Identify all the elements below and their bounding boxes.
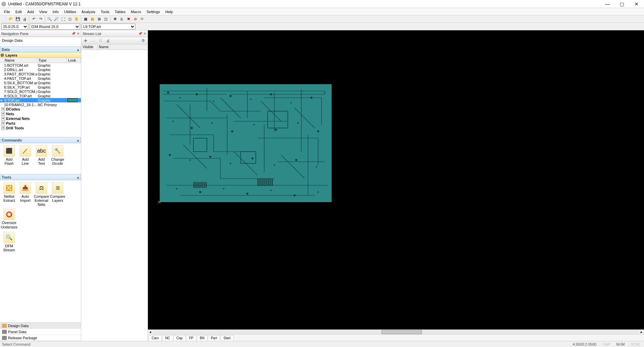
pcb-viewport[interactable]: ✕ xyxy=(148,30,644,329)
menu-analysis[interactable]: Analysis xyxy=(79,9,98,14)
commands-section-header[interactable]: Commands▴ xyxy=(0,137,81,143)
tab-nc[interactable]: NC xyxy=(162,335,173,341)
tool-oversize-undersize[interactable]: ⭕Oversize Undersize xyxy=(1,208,17,229)
menu-view[interactable]: View xyxy=(36,9,50,14)
tree-parts[interactable]: +Parts xyxy=(0,121,81,126)
layer-icon[interactable]: ▦ xyxy=(83,16,89,22)
list-icon[interactable]: ☰ xyxy=(97,38,103,44)
menu-tools[interactable]: Tools xyxy=(98,9,112,14)
scroll-left-icon[interactable]: ◂ xyxy=(148,330,153,334)
layer-row[interactable]: 8:SOLD_TOP.artGraphic xyxy=(0,94,81,98)
tab-start[interactable]: Start xyxy=(220,335,234,341)
tree-dcodes[interactable]: +DCodes xyxy=(0,107,81,112)
scroll-thumb[interactable] xyxy=(381,330,422,334)
tree-nets[interactable]: +Nets xyxy=(0,112,81,116)
refresh-icon[interactable]: ⟳ xyxy=(139,16,145,22)
gear-icon[interactable]: ⚙ xyxy=(140,38,146,44)
layer-row[interactable]: 7:SOLD_BOTTOM.artGraphic xyxy=(0,89,81,94)
layer-row[interactable]: ▸9:TOP.artGraphic xyxy=(0,98,81,102)
svg-point-7 xyxy=(270,93,272,95)
tab-panel-data[interactable]: Panel Data xyxy=(0,329,81,335)
tab-cam[interactable]: Cam xyxy=(149,335,162,341)
layer-row[interactable]: 10:FRAMV2_18-1-…NC Primary xyxy=(0,102,81,107)
svg-rect-46 xyxy=(262,179,263,186)
remove-icon[interactable]: — xyxy=(90,38,96,44)
pin-icon[interactable]: 📌 xyxy=(71,32,75,35)
redo-icon[interactable]: ↷ xyxy=(37,16,43,22)
layers-header[interactable]: ⊟Layers xyxy=(0,53,81,58)
new-icon[interactable]: 📄 xyxy=(1,16,7,22)
tab-release-package[interactable]: Release Package xyxy=(0,335,81,341)
open-icon[interactable]: 📂 xyxy=(8,16,14,22)
layer-row[interactable]: 3:PAST_BOTTOM.artGraphic xyxy=(0,72,81,76)
zoom-fit-icon[interactable]: ⛶ xyxy=(60,16,66,22)
pan-icon[interactable]: ✋ xyxy=(73,16,80,22)
layer-row[interactable]: 2:DRILL.artGraphic xyxy=(0,67,81,72)
tree-external-nets[interactable]: +External Nets xyxy=(0,116,81,121)
grid-icon[interactable]: ▦ xyxy=(89,16,95,22)
close-pane-icon[interactable]: ✕ xyxy=(144,32,146,35)
undo-icon[interactable]: ↶ xyxy=(31,16,37,22)
svg-point-8 xyxy=(290,102,292,103)
tree-drill-tools[interactable]: +Drill Tools xyxy=(0,126,81,130)
tool-dfm-stream[interactable]: 🔍DFM Stream xyxy=(1,231,17,253)
cmd-add-flash[interactable]: ⬛Add Flash xyxy=(1,145,17,166)
horizontal-scrollbar[interactable]: ◂ ▸ xyxy=(148,329,644,334)
add-icon[interactable]: + xyxy=(83,38,89,44)
zoom-select[interactable]: 25.0:25.0 xyxy=(1,24,28,30)
menu-help[interactable]: Help xyxy=(163,9,176,14)
menu-info[interactable]: Info xyxy=(50,9,61,14)
tab-design-data[interactable]: Design Data xyxy=(0,323,81,329)
maximize-button[interactable]: ▢ xyxy=(618,1,626,7)
tab-part[interactable]: Part xyxy=(208,335,220,341)
tool-compare-external-nets[interactable]: ⚖Compare External Nets xyxy=(34,182,49,207)
layer-row[interactable]: 1:BOTTOM.artGraphic xyxy=(0,63,81,67)
zoom-window-icon[interactable]: ◻ xyxy=(67,16,73,22)
delete-icon[interactable]: ✖ xyxy=(125,16,131,22)
pin-icon[interactable]: 📌 xyxy=(138,32,142,35)
print-icon[interactable]: 🖨 xyxy=(22,16,28,22)
menu-edit[interactable]: Edit xyxy=(13,9,25,14)
menu-settings[interactable]: Settings xyxy=(144,9,163,14)
tools-section-header[interactable]: Tools▴ xyxy=(0,174,81,180)
copy-icon[interactable]: ⎘ xyxy=(119,16,125,22)
tab-cap[interactable]: Cap xyxy=(174,335,186,341)
cmd-add-text[interactable]: abcAdd Text xyxy=(34,145,49,166)
pcb-board xyxy=(160,84,332,202)
dcode-select[interactable]: D34 Round 15.0 xyxy=(30,24,80,30)
close-pane-icon[interactable]: ✕ xyxy=(77,32,80,35)
close-button[interactable]: ✕ xyxy=(632,1,641,7)
zoom-in-icon[interactable]: 🔍 xyxy=(47,16,53,22)
stop-icon[interactable]: ⊘ xyxy=(132,16,138,22)
snap-icon[interactable]: ⊞ xyxy=(96,16,102,22)
layer-row[interactable]: 6:SILK_TOP.artGraphic xyxy=(0,85,81,89)
cmd-add-line[interactable]: ／Add Line xyxy=(18,145,33,166)
design-data-tab[interactable]: Design Data xyxy=(0,37,81,44)
tool-compare-layers[interactable]: ≣Compare Layers xyxy=(50,182,65,207)
layer-select[interactable]: L9:TOP.art xyxy=(82,24,135,30)
tab-fp[interactable]: FP xyxy=(186,335,196,341)
menu-add[interactable]: Add xyxy=(25,9,37,14)
layer-row[interactable]: 4:PAST_TOP.artGraphic xyxy=(0,76,81,81)
menu-utilities[interactable]: Utilities xyxy=(61,9,79,14)
cmd-change-dcode[interactable]: 🔧Change Dcode xyxy=(50,145,65,166)
select-icon[interactable]: ◫ xyxy=(103,16,109,22)
status-scrl: SCRL xyxy=(630,342,642,346)
data-section-header[interactable]: Data▴ xyxy=(0,46,81,53)
menu-tables[interactable]: Tables xyxy=(112,9,128,14)
print-stream-icon[interactable]: 🖨 xyxy=(105,38,111,44)
move-icon[interactable]: ✥ xyxy=(112,16,118,22)
menu-file[interactable]: File xyxy=(1,9,13,14)
tab-bn[interactable]: BN xyxy=(197,335,208,341)
scroll-right-icon[interactable]: ▸ xyxy=(639,330,644,334)
svg-point-28 xyxy=(199,191,201,193)
tool-auto-import[interactable]: 📥Auto Import xyxy=(18,182,33,207)
save-icon[interactable]: 💾 xyxy=(15,16,21,22)
minimize-button[interactable]: — xyxy=(603,1,612,7)
layer-row[interactable]: 5:SILK_BOTTOM.artGraphic xyxy=(0,81,81,85)
zoom-out-icon[interactable]: 🔎 xyxy=(53,16,59,22)
svg-point-6 xyxy=(250,99,251,100)
tool-netlist-extract[interactable]: 🔀Netlist Extract xyxy=(1,182,17,207)
menu-macro[interactable]: Macro xyxy=(128,9,144,14)
svg-rect-50 xyxy=(270,179,271,186)
